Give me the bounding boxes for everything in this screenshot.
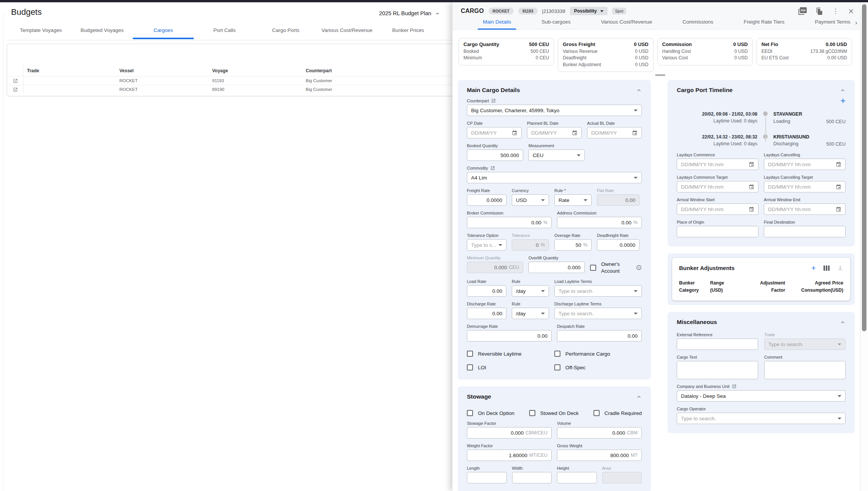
chevron-up-icon[interactable] [840,87,846,93]
performance-cargo-checkbox[interactable]: Performance Cargo [554,351,642,357]
export-pdf-icon[interactable]: PDF [798,7,807,15]
off-spec-checkbox[interactable]: Off-Spec [554,364,642,370]
tab-cargoes[interactable]: Cargoes [133,27,194,38]
tab-port-calls[interactable]: Port Calls [194,27,255,38]
laydays-commence-input[interactable]: DD/MM/YY hh:mm [677,159,759,170]
tolerance-option-select[interactable]: Type to s... [467,239,506,251]
load-rule-select[interactable]: /day [512,285,549,297]
add-bunker-adjustment-button[interactable]: + [811,264,816,272]
length-input[interactable] [467,472,507,483]
chevron-up-icon[interactable] [840,319,846,325]
arrival-window-end-input[interactable]: DD/MM/YY hh:mm [764,203,846,215]
company-business-unit-select[interactable]: Dataloy - Deep Sea [677,390,846,402]
copy-icon[interactable] [816,7,823,15]
gross-weight-input[interactable]: 800.000MT [557,450,642,461]
add-port-call-button[interactable]: + [841,97,846,105]
laydays-cancelling-target-input[interactable]: DD/MM/YY hh:mm [764,181,846,192]
arrival-window-start-input[interactable]: DD/MM/YY hh:mm [677,203,759,215]
open-cargo-icon[interactable] [7,85,24,94]
load-rate-input[interactable]: 0.00 [467,285,506,297]
tab-freight-rate-tiers[interactable]: Freight Rate Tiers [733,19,795,30]
reversible-laytime-checkbox[interactable]: Reversible Laytime [467,351,554,357]
open-in-new-icon[interactable] [490,166,495,170]
download-icon[interactable] [837,265,843,271]
checkbox[interactable] [529,410,535,416]
checkbox[interactable] [593,410,600,416]
overlift-quantity-input[interactable]: 0.000 [528,262,585,273]
checkbox[interactable] [467,364,473,370]
actual-bl-date-input[interactable]: DD/MM/YY [587,127,642,138]
stowed-on-deck-checkbox[interactable]: Stowed On Deck [529,410,579,416]
chevron-up-icon[interactable] [636,87,642,93]
tab-template-voyages[interactable]: Template Voyages [10,27,71,38]
calendar-icon[interactable] [512,130,517,136]
width-input[interactable] [512,472,552,483]
overage-rate-input[interactable]: 50% [554,239,592,251]
planned-bl-date-input[interactable]: DD/MM/YY [527,127,582,138]
laydays-commence-target-input[interactable]: DD/MM/YY hh:mm [677,181,759,192]
status-dropdown[interactable]: Possibility [570,7,608,15]
info-icon[interactable] [636,265,642,270]
table-row[interactable]: ROCKET 89190 Big Customer [7,85,457,94]
external-reference-input[interactable] [677,338,758,350]
weight-factor-input[interactable]: 1.60000MT/CEU [467,450,552,461]
calendar-icon[interactable] [836,184,841,190]
cargo-operator-select[interactable]: Type to search. [677,413,846,424]
final-destination-input[interactable] [764,226,846,237]
demurrage-rate-input[interactable]: 0.00 [467,330,552,342]
checkbox[interactable] [554,364,560,370]
rule-select[interactable]: Rate [554,194,592,206]
calendar-icon[interactable] [749,184,754,190]
tab-payment-terms[interactable]: Payment Terms [804,19,861,30]
currency-select[interactable]: USD [512,194,549,206]
tab-main-details[interactable]: Main Details [472,19,522,30]
close-icon[interactable] [848,8,854,14]
tabs-overflow-chevron-right-icon[interactable]: › [855,19,857,26]
despatch-rate-input[interactable]: 0.00 [557,330,642,342]
checkbox[interactable] [590,265,596,271]
commodity-select[interactable]: A4 Lim [467,172,642,183]
booked-quantity-input[interactable]: 500.000 [467,149,523,161]
calendar-icon[interactable] [749,162,754,167]
kebab-menu-icon[interactable]: ⋮ [832,8,839,14]
freight-rate-input[interactable]: 0.0000 [467,194,506,206]
deadfreight-rate-input[interactable]: 0.0000 [597,239,639,251]
tab-bunker-prices[interactable]: Bunker Prices [378,27,439,38]
calendar-icon[interactable] [836,162,841,167]
owners-account-checkbox[interactable]: Owner's Account [590,261,628,274]
counterpart-select[interactable]: Big Customer, Charterer, 45999, Tokyo [467,105,642,116]
discharge-laytime-terms-select[interactable]: Type to search. [554,308,642,319]
tab-various-cost-revenue[interactable]: Various Cost/Revenue [316,27,378,38]
open-cargo-icon[interactable] [7,76,24,85]
scrollbar-thumb[interactable] [862,4,866,331]
column-settings-icon[interactable] [824,265,830,271]
panel-scrollbar[interactable] [860,2,868,491]
calendar-icon[interactable] [632,130,638,136]
on-deck-option-checkbox[interactable]: On Deck Option [467,410,514,416]
checkbox[interactable] [467,410,473,416]
checkbox[interactable] [467,351,473,357]
calendar-icon[interactable] [572,130,578,136]
height-input[interactable] [557,472,597,483]
cp-date-input[interactable]: DD/MM/YY [467,127,522,138]
open-in-new-icon[interactable] [491,99,496,103]
open-in-new-icon[interactable] [732,384,736,389]
cargo-text-textarea[interactable] [677,361,758,379]
checkbox[interactable] [554,351,560,357]
load-laytime-terms-select[interactable]: Type to search. [554,285,642,297]
measurement-select[interactable]: CEU [528,149,585,161]
volume-input[interactable]: 0.000CBM [557,427,642,439]
table-row[interactable]: ROCKET 91193 Big Customer [7,76,457,85]
chevron-up-icon[interactable] [636,394,642,400]
laydays-cancelling-input[interactable]: DD/MM/YY hh:mm [764,159,846,170]
address-commission-input[interactable]: 0.00% [557,217,642,228]
resize-drag-handle[interactable] [655,74,665,76]
calendar-icon[interactable] [749,207,754,212]
budget-plan-selector[interactable]: 2025 RL Budget Plan [379,10,440,16]
tab-cargo-ports[interactable]: Cargo Ports [255,27,316,38]
comment-textarea[interactable] [764,361,846,379]
discharge-rule-select[interactable]: /day [512,308,549,319]
calendar-icon[interactable] [836,207,841,212]
discharge-rate-input[interactable]: 0.00 [467,308,506,319]
tab-sub-cargoes[interactable]: Sub-cargoes [531,19,581,30]
